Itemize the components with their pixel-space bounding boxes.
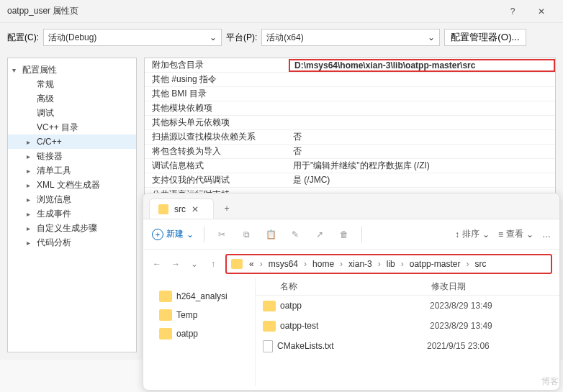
crumb-segment[interactable]: src (472, 259, 488, 269)
close-tab-icon[interactable]: ✕ (192, 204, 199, 214)
property-value[interactable]: 用于"编辑并继续"的程序数据库 (/ZI) (289, 160, 555, 172)
platform-label: 平台(P): (226, 32, 257, 44)
breadcrumb[interactable]: «›msys64›home›xian-3›lib›oatpp-master›sr… (225, 254, 552, 274)
file-row[interactable]: oatpp2023/8/29 13:49 (256, 296, 559, 316)
sort-button[interactable]: ↕ 排序 ⌄ (455, 228, 490, 240)
config-combo[interactable]: 活动(Debug) ⌄ (43, 29, 222, 46)
crumb-segment[interactable]: msys64 (266, 259, 300, 269)
sidebar-item[interactable]: Temp (143, 306, 255, 324)
tree-label: 调试 (37, 107, 54, 119)
tree-node[interactable]: 生成事件 (8, 206, 136, 221)
property-value[interactable]: 否 (289, 131, 555, 143)
property-row[interactable]: 支持仅我的代码调试是 (/JMC) (145, 173, 555, 188)
crumb-segment[interactable]: oatpp-master (407, 259, 463, 269)
copy-icon[interactable]: ⧉ (239, 227, 253, 242)
explorer-body: h264_analysiTempoatpp 名称 修改日期 oatpp2023/… (143, 278, 559, 386)
back-icon[interactable]: ← (150, 259, 163, 269)
sidebar-item[interactable]: h264_analysi (143, 287, 255, 306)
forward-icon[interactable]: → (169, 259, 182, 269)
share-icon[interactable]: ↗ (312, 227, 327, 242)
delete-icon[interactable]: 🗑 (337, 227, 351, 242)
cut-icon[interactable]: ✂ (215, 227, 229, 242)
property-value[interactable]: D:\msys64\home\xian-3\lib\oatpp-master\s… (289, 59, 555, 72)
folder-icon (158, 204, 168, 214)
property-row[interactable]: 其他 BMI 目录 (145, 87, 555, 101)
rename-icon[interactable]: ✎ (288, 227, 302, 242)
property-row[interactable]: 调试信息格式用于"编辑并继续"的程序数据库 (/ZI) (145, 159, 555, 173)
crumb-segment[interactable]: lib (384, 259, 397, 269)
crumb-overflow[interactable]: « (247, 259, 256, 269)
chevron-right-icon: › (399, 259, 406, 269)
property-key: 调试信息格式 (145, 160, 289, 172)
separator (361, 227, 362, 242)
property-value[interactable]: 否 (289, 145, 555, 158)
new-tab-button[interactable]: + (217, 199, 237, 219)
file-row[interactable]: CMakeLists.txt2021/9/15 23:06 (256, 336, 559, 356)
chevron-down-icon[interactable]: ⌄ (188, 259, 201, 269)
crumb-segment[interactable]: xian-3 (346, 259, 374, 269)
property-grid[interactable]: 附加包含目录D:\msys64\home\xian-3\lib\oatpp-ma… (144, 58, 556, 194)
explorer-sidebar[interactable]: h264_analysiTempoatpp (143, 278, 256, 386)
property-row[interactable]: 扫描源以查找模块依赖关系否 (145, 130, 555, 145)
tree-label: 生成事件 (37, 208, 71, 220)
tree-node[interactable]: XML 文档生成器 (8, 178, 136, 192)
property-row[interactable]: 其他 #using 指令 (145, 73, 555, 87)
col-modified[interactable]: 修改日期 (431, 281, 466, 293)
file-list: oatpp2023/8/29 13:49oatpp-test2023/8/29 … (256, 296, 559, 356)
col-name[interactable]: 名称 (280, 281, 431, 293)
property-row[interactable]: 其他模块依赖项 (145, 101, 555, 116)
tree-node[interactable]: 清单工具 (8, 163, 136, 178)
tree-panel[interactable]: 配置属性常规高级调试VC++ 目录C/C++链接器清单工具XML 文档生成器浏览… (7, 58, 137, 352)
column-headers[interactable]: 名称 修改日期 (256, 278, 559, 296)
new-button[interactable]: + 新建 ⌄ (152, 228, 194, 240)
view-button[interactable]: ≡ 查看 ⌄ (498, 228, 533, 240)
crumb-segment[interactable]: home (310, 259, 336, 269)
chevron-right-icon (27, 239, 34, 247)
config-manager-button[interactable]: 配置管理器(O)... (444, 29, 526, 46)
tree-node[interactable]: 配置属性 (8, 63, 136, 77)
chevron-right-icon: › (464, 259, 471, 269)
close-icon[interactable]: ✕ (527, 0, 556, 23)
platform-value: 活动(x64) (266, 32, 303, 44)
tree-node[interactable]: C/C++ (8, 135, 136, 149)
property-key: 将包含转换为导入 (145, 145, 289, 158)
chevron-right-icon (27, 224, 34, 232)
tree-node[interactable]: 高级 (8, 91, 136, 106)
property-row[interactable]: 其他标头单元依赖项 (145, 116, 555, 130)
tree-node[interactable]: 自定义生成步骤 (8, 221, 136, 235)
tree-node[interactable]: VC++ 目录 (8, 120, 136, 135)
help-icon[interactable]: ? (498, 0, 527, 23)
chevron-right-icon: › (258, 259, 265, 269)
chevron-down-icon: ⌄ (210, 32, 217, 42)
file-icon (263, 340, 273, 352)
explorer-tab[interactable]: src ✕ (149, 199, 214, 219)
file-row[interactable]: oatpp-test2023/8/29 13:49 (256, 316, 559, 336)
tree-label: 链接器 (37, 150, 63, 163)
paste-icon[interactable]: 📋 (264, 227, 278, 242)
property-value[interactable]: 是 (/JMC) (289, 174, 555, 186)
file-date: 2021/9/15 23:06 (427, 341, 490, 351)
up-icon[interactable]: ↑ (207, 259, 220, 269)
chevron-right-icon: › (338, 259, 345, 269)
platform-combo[interactable]: 活动(x64) ⌄ (261, 29, 440, 46)
dialog-title: oatpp_user 属性页 (7, 5, 498, 17)
property-row[interactable]: 将包含转换为导入否 (145, 145, 555, 159)
sidebar-item-label: Temp (176, 310, 197, 320)
tree-label: 代码分析 (37, 237, 71, 249)
property-row[interactable]: 附加包含目录D:\msys64\home\xian-3\lib\oatpp-ma… (145, 58, 555, 73)
file-name: oatpp-test (280, 321, 430, 331)
tree-node[interactable]: 浏览信息 (8, 192, 136, 206)
more-button[interactable]: … (542, 228, 551, 240)
tree-label: 自定义生成步骤 (37, 222, 97, 234)
tree-node[interactable]: 链接器 (8, 149, 136, 163)
address-bar-row: ← → ⌄ ↑ «›msys64›home›xian-3›lib›oatpp-m… (143, 250, 559, 278)
explorer-tabs: src ✕ + (143, 193, 559, 219)
file-name: oatpp (280, 301, 430, 311)
tree-label: C/C++ (37, 137, 62, 147)
tree-node[interactable]: 调试 (8, 106, 136, 120)
property-key: 其他 #using 指令 (145, 73, 289, 86)
tree-node[interactable]: 代码分析 (8, 235, 136, 250)
chevron-right-icon (27, 181, 34, 189)
tree-node[interactable]: 常规 (8, 77, 136, 91)
sidebar-item[interactable]: oatpp (143, 324, 255, 343)
